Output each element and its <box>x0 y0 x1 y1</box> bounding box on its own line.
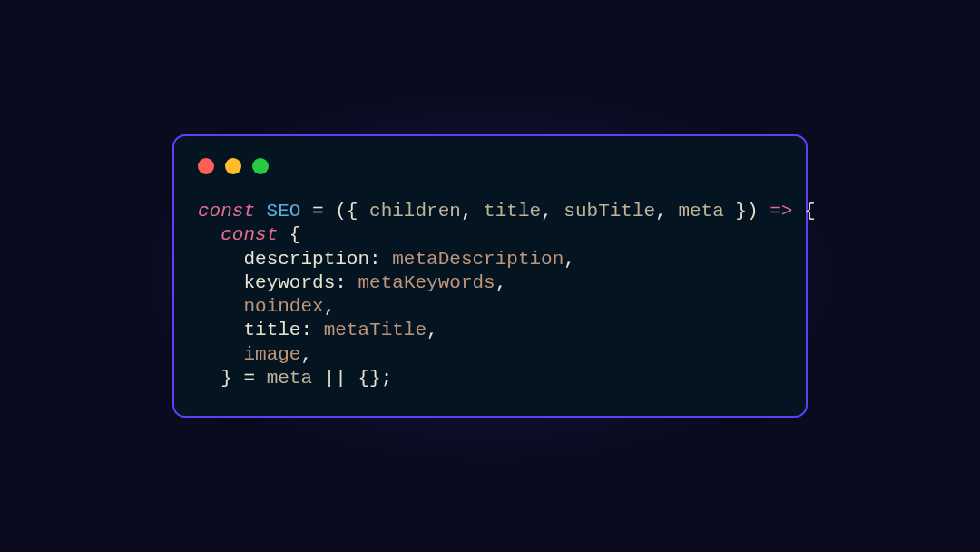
arrow: => <box>769 201 792 222</box>
comma: , <box>655 201 678 222</box>
token: }) <box>724 201 769 222</box>
maximize-icon[interactable] <box>252 158 269 174</box>
comma: , <box>300 344 312 365</box>
param: meta <box>678 201 723 222</box>
comma: , <box>461 201 484 222</box>
prop-key: description <box>243 249 369 270</box>
code-block: const SEO = ({ children, title, subTitle… <box>198 200 782 390</box>
code-window: const SEO = ({ children, title, subTitle… <box>172 134 808 418</box>
indent <box>198 272 243 293</box>
code-window-glow: const SEO = ({ children, title, subTitle… <box>172 134 808 418</box>
brace-close: } = <box>220 368 266 389</box>
prop-key: keywords <box>243 272 335 293</box>
prop-val: metaTitle <box>324 320 426 340</box>
indent <box>198 296 243 317</box>
indent <box>198 368 220 389</box>
colon: : <box>369 249 392 270</box>
keyword-const: const <box>198 201 255 222</box>
indent <box>198 249 243 270</box>
indent <box>198 224 220 245</box>
variable: meta <box>267 368 312 389</box>
prop-key: noindex <box>243 296 323 317</box>
comma: , <box>564 249 575 270</box>
colon: : <box>335 272 358 293</box>
colon: : <box>300 320 323 340</box>
indent <box>198 344 243 365</box>
prop-val: metaDescription <box>392 249 564 270</box>
comma: , <box>495 272 507 293</box>
prop-val: metaKeywords <box>358 272 495 293</box>
brace: { <box>792 201 815 222</box>
comma: , <box>324 296 336 317</box>
keyword-const: const <box>220 224 278 245</box>
param: children <box>369 201 461 222</box>
param: subTitle <box>564 201 655 222</box>
close-icon[interactable] <box>198 158 214 174</box>
param: title <box>484 201 541 222</box>
function-name: SEO <box>255 201 312 222</box>
prop-key: image <box>243 344 300 365</box>
comma: , <box>426 320 438 340</box>
brace: { <box>278 224 300 245</box>
minimize-icon[interactable] <box>225 158 241 174</box>
token: = ({ <box>312 201 369 222</box>
prop-key: title <box>243 320 300 340</box>
traffic-lights <box>198 158 782 174</box>
indent <box>198 320 243 340</box>
comma: , <box>541 201 564 222</box>
or-expr: || {}; <box>312 368 392 389</box>
